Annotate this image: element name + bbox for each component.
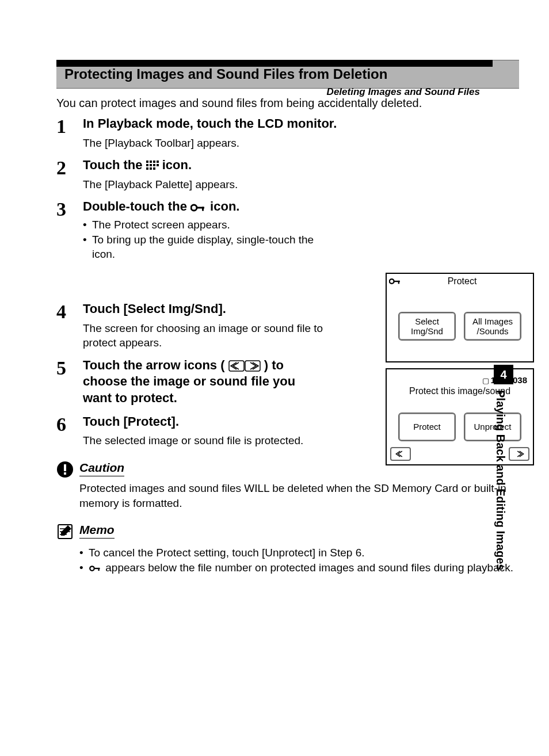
step-number: 3 <box>56 198 83 219</box>
svg-point-20 <box>90 566 94 571</box>
svg-rect-1 <box>150 161 152 163</box>
breadcrumb: Deleting Images and Sound Files <box>327 86 480 98</box>
svg-rect-7 <box>157 164 159 166</box>
button-label: Img/Snd <box>411 326 443 336</box>
svg-rect-5 <box>150 164 152 166</box>
svg-point-23 <box>390 279 394 284</box>
step-number: 5 <box>56 357 83 378</box>
step-desc: The screen for choosing an image or soun… <box>83 321 336 350</box>
illustration-area: Protect Select Img/Snd All Images /Sound… <box>386 273 537 471</box>
prev-arrow-button[interactable] <box>390 447 411 461</box>
step-head-text: Touch the <box>83 158 146 172</box>
caution-title: Caution <box>79 461 124 476</box>
protect-key-icon <box>389 277 402 285</box>
step-head-text: Double-touch the <box>83 199 190 213</box>
step-3: 3 Double-touch the icon. The Protect scr… <box>56 198 519 262</box>
step-heading: Touch the arrow icons ( ) to choose the … <box>83 357 325 407</box>
step-bullet: To bring up the guide display, single-to… <box>83 232 336 262</box>
chapter-side-tab: 4 Playing Back and Editing Images <box>494 365 513 643</box>
step-number: 2 <box>56 157 83 178</box>
step-2: 2 Touch the icon. The [Playback Palette]… <box>56 157 519 192</box>
button-label: Select <box>415 316 439 326</box>
button-label: /Sounds <box>476 326 508 336</box>
svg-rect-3 <box>157 161 159 163</box>
memo-bullet: appears below the file number on protect… <box>79 560 519 575</box>
button-label: Protect <box>413 422 441 432</box>
button-label: All Images <box>472 316 513 326</box>
svg-rect-10 <box>153 167 155 170</box>
memo-icon <box>56 523 74 540</box>
memo-block: Memo To cancel the Protect setting, touc… <box>56 523 519 575</box>
all-images-sounds-button[interactable]: All Images /Sounds <box>464 312 521 341</box>
step-number: 4 <box>56 301 83 322</box>
protect-screen-illustration: Protect Select Img/Snd All Images /Sound… <box>386 273 534 362</box>
svg-rect-2 <box>153 161 155 163</box>
arrow-right-button-icon <box>245 360 261 372</box>
protect-button[interactable]: Protect <box>398 413 456 441</box>
svg-rect-6 <box>153 164 155 166</box>
chevron-left-double-icon <box>394 450 407 458</box>
step-number: 6 <box>56 414 83 434</box>
svg-rect-8 <box>146 167 148 170</box>
memo-bullet-text: appears below the file number on protect… <box>102 562 513 574</box>
svg-rect-0 <box>146 161 148 163</box>
svg-point-11 <box>191 205 197 211</box>
arrow-left-button-icon <box>228 360 245 372</box>
svg-rect-17 <box>64 464 66 471</box>
step-1: 1 In Playback mode, touch the LCD monito… <box>56 116 519 150</box>
svg-rect-9 <box>150 167 152 170</box>
step-bullet: The Protect screen appears. <box>83 217 336 232</box>
svg-rect-4 <box>146 164 148 166</box>
step-heading: Double-touch the icon. <box>83 198 336 215</box>
chevron-right-double-icon <box>513 450 525 458</box>
step-desc: The [Playback Toolbar] appears. <box>83 136 519 151</box>
svg-rect-13 <box>202 207 204 211</box>
section-intro: You can protect images and sound files f… <box>56 97 519 110</box>
svg-rect-18 <box>64 472 66 475</box>
caution-icon <box>56 461 74 478</box>
top-black-bar <box>56 60 493 67</box>
memo-bullet: To cancel the Protect setting, touch [Un… <box>79 545 519 560</box>
select-img-snd-button[interactable]: Select Img/Snd <box>398 312 456 341</box>
svg-rect-25 <box>398 281 399 284</box>
step-head-text: icon. <box>210 199 239 213</box>
protect-key-icon <box>190 203 207 212</box>
step-head-text: Touch the arrow icons ( <box>83 358 225 372</box>
step-number: 1 <box>56 116 83 136</box>
caution-body: Protected images and sound files WILL be… <box>79 481 519 510</box>
chapter-number: 4 <box>494 365 513 384</box>
palette-grid-icon <box>146 161 159 171</box>
step-head-text: icon. <box>162 158 192 172</box>
step-desc: The [Playback Palette] appears. <box>83 177 519 192</box>
chapter-title: Playing Back and Editing Images <box>494 390 507 643</box>
step-heading: In Playback mode, touch the LCD monitor. <box>83 116 519 132</box>
svg-rect-22 <box>98 568 100 571</box>
memo-title: Memo <box>79 523 115 539</box>
step-heading: Touch [Select Img/Snd]. <box>83 301 336 318</box>
step-heading: Touch the icon. <box>83 157 519 174</box>
screen-title: Protect <box>405 276 531 287</box>
protect-key-icon <box>89 565 102 572</box>
